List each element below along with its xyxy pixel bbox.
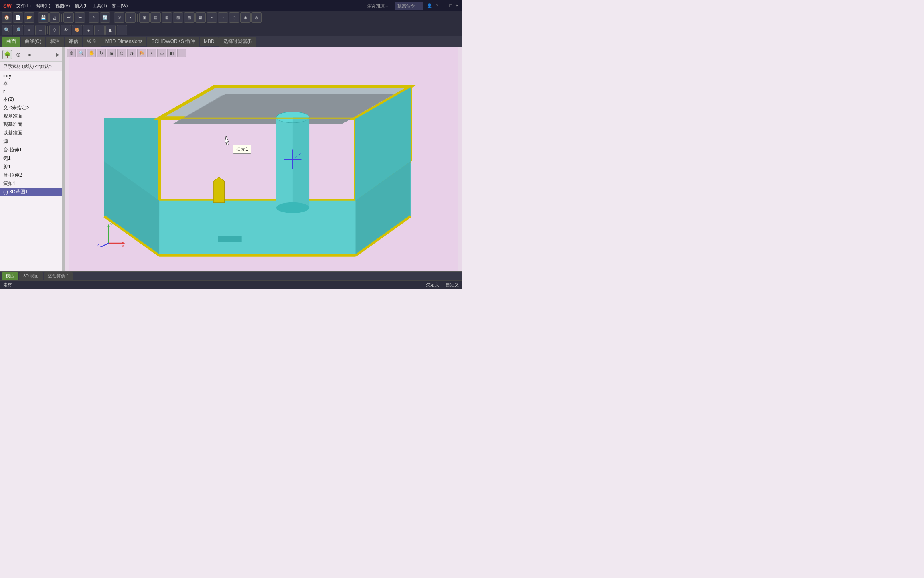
tb-new[interactable]: 📄	[13, 12, 23, 23]
btab-model[interactable]: 模型	[2, 272, 18, 280]
view-rotate[interactable]: ↻	[97, 49, 106, 57]
status-under-defined: 欠定义	[426, 282, 439, 288]
tab-sw-addins[interactable]: SOLIDWORKS 插件	[147, 37, 199, 47]
btab-3dview[interactable]: 3D 视图	[19, 272, 43, 280]
view-more[interactable]: ⋯	[177, 49, 186, 57]
tb2-eye[interactable]: 👁	[61, 25, 71, 35]
tb-home[interactable]: 🏠	[2, 12, 12, 23]
menu-view[interactable]: 视图(V)	[55, 3, 70, 9]
tb-undo[interactable]: ↩	[63, 12, 74, 23]
tab-surface[interactable]: 曲面	[2, 37, 20, 47]
tb-print[interactable]: 🖨	[49, 12, 60, 23]
tab-mbd[interactable]: MBD	[200, 37, 219, 46]
tb-view8[interactable]: ▫	[218, 12, 228, 23]
search-box[interactable]: 搜索命令	[395, 2, 424, 10]
tb2-dim[interactable]: ↔	[35, 25, 46, 35]
tree-item-7[interactable]: 以基准面	[0, 129, 62, 137]
tb-redo[interactable]: ↪	[75, 12, 85, 23]
feature-tree: tory 器 r 本(2) 义 <未指定> 观基准面 观基准面 以基准面 源 台…	[0, 71, 62, 271]
tree-item-13[interactable]: 簧扣1	[0, 179, 62, 188]
tree-item-14[interactable]: (-) 3D草图1	[0, 188, 62, 196]
user-icon[interactable]: 👤	[427, 3, 432, 8]
tab-sheetmetal[interactable]: 钣金	[83, 37, 101, 47]
tb-view9[interactable]: ◌	[229, 12, 239, 23]
view-3d-toggle[interactable]: ⬡	[117, 49, 126, 57]
tree-item-11[interactable]: 剪1	[0, 163, 62, 171]
tb-view5[interactable]: ▨	[184, 12, 195, 23]
tab-annotation[interactable]: 标注	[46, 37, 64, 47]
app-title: 弹簧扣演...	[367, 3, 388, 9]
tb-view2[interactable]: ▤	[150, 12, 161, 23]
panel-icon-property[interactable]: ⊕	[14, 50, 23, 59]
tb2-sketch[interactable]: ✏	[24, 25, 34, 35]
menu-insert[interactable]: 插入(I)	[75, 3, 87, 9]
tb-view11[interactable]: ◎	[251, 12, 262, 23]
svg-text:Z: Z	[97, 244, 99, 247]
tb-view6[interactable]: ▩	[195, 12, 206, 23]
tb-save[interactable]: 💾	[38, 12, 49, 23]
tree-item-12[interactable]: 台-拉伸2	[0, 171, 62, 179]
svg-rect-25	[293, 117, 309, 208]
view-color[interactable]: 🎨	[137, 49, 146, 57]
view-section3[interactable]: ◧	[167, 49, 176, 57]
menu-tools[interactable]: 工具(T)	[93, 3, 107, 9]
tb-view4[interactable]: ▧	[173, 12, 183, 23]
close-button[interactable]: ✕	[455, 3, 459, 8]
tree-item-8[interactable]: 源	[0, 137, 62, 146]
tab-filter[interactable]: 选择过滤器(I)	[219, 37, 256, 47]
btab-motion[interactable]: 运动算例 1	[44, 272, 73, 280]
tab-curve[interactable]: 曲线(C)	[21, 37, 45, 47]
tb-macro[interactable]: ●	[125, 12, 136, 23]
tree-item-4[interactable]: 义 <未指定>	[0, 104, 62, 112]
panel-icon-tree[interactable]: 🌳	[2, 50, 12, 59]
tb-view1[interactable]: ▣	[139, 12, 150, 23]
view-section[interactable]: ▣	[107, 49, 116, 57]
tab-mbd-dim[interactable]: MBD Dimensions	[101, 37, 147, 46]
tree-item-9[interactable]: 台-拉伸1	[0, 146, 62, 154]
maximize-button[interactable]: □	[449, 3, 452, 8]
view-zoom-in[interactable]: 🔍	[77, 49, 86, 57]
tb2-3d[interactable]: ⬡	[49, 25, 60, 35]
svg-line-40	[99, 243, 109, 247]
tree-item-2[interactable]: r	[0, 88, 62, 95]
tb-rotate[interactable]: 🔄	[100, 12, 110, 23]
tb2-section[interactable]: ▭	[94, 25, 105, 35]
panel-expand-btn[interactable]: ▶	[56, 52, 59, 57]
tb-view7[interactable]: ▪	[207, 12, 217, 23]
tree-item-3[interactable]: 本(2)	[0, 95, 62, 104]
panel-icons: 🌳 ⊕ ● ▶	[0, 47, 62, 62]
tb-settings[interactable]: ⚙	[114, 12, 124, 23]
tree-item-6[interactable]: 观基准面	[0, 120, 62, 129]
menu-window[interactable]: 窗口(W)	[112, 3, 128, 9]
tree-item-5[interactable]: 观基准面	[0, 112, 62, 120]
tb-view3[interactable]: ▦	[162, 12, 172, 23]
tb2-render[interactable]: ◈	[83, 25, 93, 35]
3d-viewport[interactable]: ⊕ 🔍 ✋ ↻ ▣ ⬡ ◑ 🎨 ✦ ▭ ◧ ⋯	[65, 47, 462, 271]
tb-select[interactable]: ↖	[89, 12, 99, 23]
view-section2[interactable]: ▭	[157, 49, 166, 57]
minimize-button[interactable]: ─	[443, 3, 446, 8]
view-zoom-to-fit[interactable]: ⊕	[67, 49, 76, 57]
status-material: 素材	[3, 282, 12, 288]
tree-item-0[interactable]: tory	[0, 72, 62, 79]
tb-view10[interactable]: ◉	[240, 12, 251, 23]
view-display-mode[interactable]: ◑	[127, 49, 136, 57]
tb-open[interactable]: 📂	[24, 12, 34, 23]
tb2-view[interactable]: ◧	[105, 25, 116, 35]
tb2-zoom[interactable]: 🔎	[13, 25, 23, 35]
tree-item-1[interactable]: 器	[0, 79, 62, 88]
feature-tree-panel: 🌳 ⊕ ● ▶ 显示素材 (默认) <<默认> tory 器 r 本(2) 义 …	[0, 47, 62, 271]
menu-file[interactable]: 文件(F)	[16, 3, 31, 9]
tree-item-10[interactable]: 壳1	[0, 154, 62, 163]
tb2-more[interactable]: ⋯	[117, 25, 127, 35]
tab-evaluate[interactable]: 评估	[65, 37, 82, 47]
tb2-search[interactable]: 🔍	[2, 25, 12, 35]
view-appearance[interactable]: ✦	[147, 49, 156, 57]
menu-edit[interactable]: 编辑(E)	[36, 3, 51, 9]
view-pan[interactable]: ✋	[87, 49, 96, 57]
tb2-color[interactable]: 🎨	[72, 25, 82, 35]
help-icon[interactable]: ?	[436, 3, 438, 8]
app-logo: SW	[3, 3, 12, 9]
feature-tabbar: 曲面 曲线(C) 标注 评估 钣金 MBD Dimensions SOLIDWO…	[0, 36, 462, 47]
panel-icon-config[interactable]: ●	[25, 50, 34, 59]
